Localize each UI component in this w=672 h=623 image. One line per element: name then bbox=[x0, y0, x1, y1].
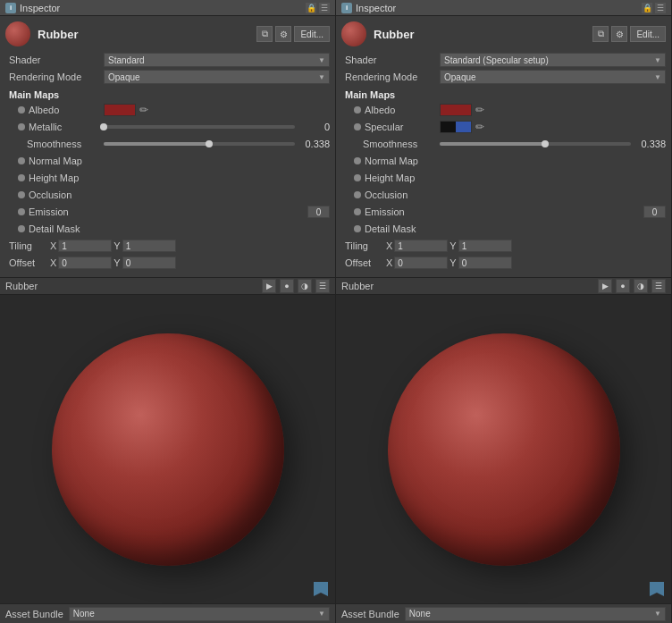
left-copy-button[interactable]: ⧉ bbox=[256, 26, 273, 42]
right-preview-btn2[interactable]: ◑ bbox=[634, 279, 648, 293]
right-detail-text: Detail Mask bbox=[365, 223, 416, 234]
right-occlusion-text: Occlusion bbox=[365, 189, 407, 200]
right-offset-y-input[interactable] bbox=[458, 257, 512, 269]
left-tiling-label: Tiling bbox=[5, 240, 50, 251]
right-menu-button[interactable]: ☰ bbox=[655, 3, 666, 13]
left-metallic-track[interactable] bbox=[104, 125, 295, 129]
right-normal-map-label: Normal Map bbox=[341, 156, 418, 166]
left-offset-y-input[interactable] bbox=[122, 257, 176, 269]
left-metallic-thumb[interactable] bbox=[100, 123, 107, 130]
right-preview-btn1[interactable]: ● bbox=[616, 279, 630, 293]
right-specular-pencil[interactable]: ✏ bbox=[475, 121, 484, 133]
left-normal-map-label: Normal Map bbox=[5, 156, 82, 166]
right-settings-button[interactable]: ⚙ bbox=[611, 26, 627, 42]
left-height-text: Height Map bbox=[29, 173, 79, 183]
right-title-controls: 🔒 ☰ bbox=[642, 3, 666, 13]
right-albedo-row: Albedo ✏ bbox=[341, 102, 666, 118]
left-detail-mask-row: Detail Mask bbox=[5, 221, 330, 237]
left-shader-dropdown[interactable]: Standard ▼ bbox=[104, 53, 330, 67]
right-play-button[interactable]: ▶ bbox=[598, 279, 612, 293]
right-asset-bundle-value: None bbox=[409, 609, 431, 619]
left-smoothness-value: 0.338 bbox=[298, 139, 330, 149]
right-copy-button[interactable]: ⧉ bbox=[592, 26, 609, 42]
right-smoothness-track[interactable] bbox=[440, 142, 631, 146]
right-offset-x-input[interactable] bbox=[394, 257, 448, 269]
left-shader-label: Shader bbox=[5, 55, 104, 65]
left-tiling-x-input[interactable] bbox=[58, 240, 112, 252]
left-metallic-row: Metallic 0 bbox=[5, 119, 330, 135]
right-albedo-swatch[interactable] bbox=[440, 104, 472, 116]
right-shader-dropdown[interactable]: Standard (Specular setup) ▼ bbox=[440, 53, 666, 67]
left-emission-row: Emission 0 bbox=[5, 204, 330, 220]
right-emission-text: Emission bbox=[365, 206, 405, 217]
right-albedo-text: Albedo bbox=[365, 105, 395, 115]
right-emission-row: Emission 0 bbox=[341, 204, 666, 220]
left-tiling-y-input[interactable] bbox=[122, 240, 176, 252]
right-edit-button[interactable]: Edit... bbox=[630, 26, 666, 42]
left-smoothness-thumb[interactable] bbox=[206, 140, 213, 147]
left-rendering-mode-dropdown[interactable]: Opaque ▼ bbox=[104, 70, 330, 84]
left-bookmark-icon bbox=[314, 582, 328, 596]
right-detail-dot bbox=[354, 225, 361, 232]
left-asset-bundle-dropdown[interactable]: None ▼ bbox=[69, 607, 330, 621]
left-material-header: Rubber ⧉ ⚙ Edit... bbox=[5, 21, 330, 46]
left-offset-label: Offset bbox=[5, 257, 50, 268]
left-offset-x-input[interactable] bbox=[58, 257, 112, 269]
left-edit-button[interactable]: Edit... bbox=[294, 26, 330, 42]
left-smoothness-track[interactable] bbox=[104, 142, 295, 146]
right-specular-swatch[interactable] bbox=[440, 121, 472, 133]
left-albedo-swatch[interactable] bbox=[104, 104, 136, 116]
left-detail-dot bbox=[18, 225, 25, 232]
left-normal-map-row: Normal Map bbox=[5, 153, 330, 169]
left-offset-y-field: Y bbox=[113, 257, 175, 269]
right-asset-bundle-bar: Asset Bundle None ▼ bbox=[336, 603, 671, 623]
left-normal-dot bbox=[18, 157, 25, 164]
left-play-button[interactable]: ▶ bbox=[262, 279, 276, 293]
left-smoothness-slider-container: 0.338 bbox=[104, 139, 330, 149]
left-asset-bundle-arrow: ▼ bbox=[318, 610, 325, 618]
right-emission-dot bbox=[354, 208, 361, 215]
left-inspector-panel: i Inspector 🔒 ☰ Rubber ⧉ ⚙ Edit... Shade… bbox=[0, 0, 336, 623]
right-preview-menu-button[interactable]: ☰ bbox=[651, 279, 666, 293]
left-emission-label: Emission bbox=[5, 206, 69, 217]
right-detail-mask-label: Detail Mask bbox=[341, 223, 416, 234]
right-preview-toolbar: Rubber ▶ ● ◑ ☰ bbox=[336, 277, 671, 295]
left-asset-bundle-label: Asset Bundle bbox=[5, 609, 63, 619]
right-lock-button[interactable]: 🔒 bbox=[642, 3, 652, 13]
left-material-icon bbox=[5, 21, 30, 46]
left-smoothness-label: Smoothness bbox=[5, 139, 104, 149]
right-tiling-x-input[interactable] bbox=[394, 240, 448, 252]
left-albedo-text: Albedo bbox=[29, 105, 59, 115]
left-settings-button[interactable]: ⚙ bbox=[275, 26, 291, 42]
left-albedo-pencil[interactable]: ✏ bbox=[139, 104, 148, 116]
right-rendering-arrow: ▼ bbox=[654, 73, 661, 81]
left-albedo-swatch-row: ✏ bbox=[104, 104, 148, 116]
left-rendering-mode-label: Rendering Mode bbox=[5, 72, 104, 82]
left-metallic-dot bbox=[18, 123, 25, 130]
left-smoothness-row: Smoothness 0.338 bbox=[5, 136, 330, 152]
right-inspector-content: Rubber ⧉ ⚙ Edit... Shader Standard (Spec… bbox=[336, 16, 671, 277]
right-tiling-y-input[interactable] bbox=[458, 240, 512, 252]
right-title-text: Inspector bbox=[356, 3, 638, 13]
right-offset-row: Offset X Y bbox=[341, 255, 666, 271]
left-preview-title: Rubber bbox=[5, 281, 258, 291]
left-normal-text: Normal Map bbox=[29, 156, 82, 166]
right-specular-row: Specular ✏ bbox=[341, 119, 666, 135]
left-lock-button[interactable]: 🔒 bbox=[306, 3, 316, 13]
left-emission-dot bbox=[18, 208, 25, 215]
left-height-map-label: Height Map bbox=[5, 173, 79, 183]
right-specular-text: Specular bbox=[365, 122, 403, 132]
right-rendering-mode-dropdown[interactable]: Opaque ▼ bbox=[440, 70, 666, 84]
left-menu-button[interactable]: ☰ bbox=[319, 3, 330, 13]
left-preview-btn1[interactable]: ● bbox=[280, 279, 294, 293]
right-albedo-pencil[interactable]: ✏ bbox=[475, 104, 484, 116]
right-shader-row: Shader Standard (Specular setup) ▼ bbox=[341, 52, 666, 68]
left-offset-x-field: X bbox=[50, 257, 112, 269]
right-smoothness-thumb[interactable] bbox=[542, 140, 549, 147]
left-preview-btn2[interactable]: ◑ bbox=[298, 279, 312, 293]
left-asset-bundle-value: None bbox=[73, 609, 95, 619]
right-asset-bundle-dropdown[interactable]: None ▼ bbox=[405, 607, 666, 621]
left-metallic-slider-container: 0 bbox=[104, 122, 330, 132]
left-preview-menu-button[interactable]: ☰ bbox=[315, 279, 330, 293]
right-material-icon bbox=[341, 21, 366, 46]
